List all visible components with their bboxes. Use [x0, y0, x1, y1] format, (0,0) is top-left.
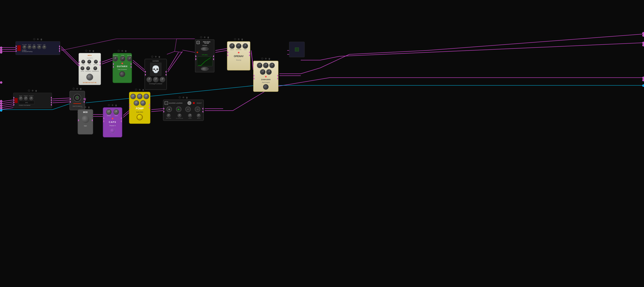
zamcomp-settings-icon[interactable]: ⚙ [265, 58, 267, 60]
right-port-2[interactable] [642, 34, 644, 37]
zamcomp-port-in-2[interactable] [253, 78, 254, 80]
gxcab-port-in-4[interactable] [13, 104, 14, 106]
switchbox-port-out-1[interactable] [84, 98, 85, 100]
roomy-damping-knob[interactable] [236, 43, 242, 49]
right-port-5[interactable] [642, 77, 644, 79]
caps-speed-knob[interactable] [106, 109, 112, 115]
wah-knob-5[interactable] [140, 100, 146, 106]
gain-trash-icon[interactable]: 🗑 [88, 106, 90, 108]
looper-undo-knob[interactable] [188, 114, 192, 118]
hpf-port-out-1[interactable] [213, 55, 214, 57]
roomy-settings-icon[interactable]: ⚙ [238, 38, 240, 40]
gxvbass-trash-icon[interactable]: 🗑 [40, 38, 42, 40]
gxcab-port-in-3[interactable] [13, 102, 14, 104]
wah-knob-4[interactable] [134, 100, 139, 106]
wah-port-out-2[interactable] [149, 107, 150, 109]
left-port-5[interactable] [0, 100, 2, 102]
roomy-trash-icon[interactable]: 🗑 [241, 38, 243, 40]
ts-tone-knob[interactable] [120, 56, 125, 62]
gxcab-bass-knob[interactable] [19, 96, 23, 100]
zamcomp-info-icon[interactable]: ⓘ [261, 57, 263, 60]
fuzz-info-icon[interactable]: ⓘ [151, 55, 153, 58]
left-port-1[interactable] [0, 46, 2, 49]
zamcomp-port-in-1[interactable] [253, 75, 254, 77]
gain-big-knob[interactable] [81, 115, 90, 124]
looper-headphones-icon[interactable]: 🎧 [188, 101, 191, 105]
gxvbass-treble-knob[interactable] [37, 45, 41, 49]
looper-port-in-1[interactable] [163, 108, 164, 110]
looper-reset-btn[interactable]: RESET [196, 102, 202, 104]
looper-record-vol-knob[interactable] [167, 114, 170, 118]
gxcab-trash-icon[interactable]: 🗑 [35, 90, 37, 92]
gxvbass-port-in-2[interactable] [16, 48, 17, 50]
hpf-settings-icon[interactable]: ⚙ [204, 36, 206, 38]
ts-volume-knob[interactable] [127, 56, 132, 62]
gxcab-port-out-3[interactable] [51, 102, 52, 104]
gxvbass-mid-knob[interactable] [32, 45, 36, 49]
looper-play-vol-knob[interactable] [178, 114, 182, 118]
mda-settings-icon[interactable]: ⚙ [89, 50, 91, 52]
hpf-info-icon[interactable]: ⓘ [200, 36, 202, 39]
gxvbass-port-in-3[interactable] [16, 50, 17, 52]
looper-settings-icon[interactable]: ⚙ [182, 96, 184, 99]
roomy-port-out-1[interactable] [249, 52, 250, 53]
right-port-6[interactable] [642, 79, 644, 81]
roomy-port-in-1[interactable] [227, 52, 228, 53]
looper-record-btn[interactable]: ⏺ [166, 106, 172, 112]
caps-peak-knob[interactable] [114, 109, 119, 115]
mda-tune-knob[interactable] [81, 60, 85, 64]
gxcab-power[interactable] [14, 98, 18, 103]
mda-footswitch[interactable] [86, 74, 93, 80]
zamcomp-knob-1[interactable] [257, 63, 262, 68]
ts-port-out-2[interactable] [130, 66, 132, 68]
mda-port-out-2[interactable] [100, 64, 101, 66]
switchbox-trash-icon[interactable]: 🗑 [80, 88, 82, 90]
caps-port-out-1[interactable] [121, 118, 122, 119]
fuzz-settings-icon[interactable]: ⚙ [155, 56, 157, 58]
zamcomp-trash-icon[interactable]: 🗑 [268, 58, 270, 60]
gxvbass-bass-knob[interactable] [28, 45, 32, 49]
roomy-info-icon[interactable]: ⓘ [234, 38, 236, 41]
right-port-4[interactable] [642, 44, 644, 46]
caps-info-icon[interactable]: ⓘ [108, 104, 110, 107]
hpf-trash-icon[interactable]: 🗑 [207, 36, 209, 38]
roomy-port-in-2[interactable] [227, 54, 228, 56]
hpf-port-out-2[interactable] [213, 58, 214, 60]
zamcomp-knob-5[interactable] [266, 69, 272, 75]
looper-port-in-2[interactable] [163, 110, 164, 112]
switchbox-settings-icon[interactable]: ⚙ [76, 88, 78, 90]
wah-knob-1[interactable] [130, 94, 136, 99]
ts-port-in-1[interactable] [112, 63, 114, 65]
gxvbass-info-icon[interactable]: ⓘ [33, 38, 35, 41]
gxvbass-settings-icon[interactable]: ⚙ [37, 38, 39, 40]
mda-port-in-2[interactable] [78, 64, 80, 66]
looper-trash-icon[interactable]: 🗑 [186, 96, 188, 99]
ts-port-in-2[interactable] [112, 66, 114, 68]
looper-redo-btn[interactable]: ↪ [195, 106, 200, 112]
fuzz-port-out-1[interactable] [166, 71, 167, 73]
switchbox-port-out-2[interactable] [84, 101, 85, 103]
hpf-port-in-2[interactable] [195, 58, 196, 60]
mda-trash-icon[interactable]: 🗑 [92, 50, 94, 52]
looper-redo-knob[interactable] [197, 114, 201, 118]
wah-knob-2[interactable] [137, 94, 142, 99]
mda-release-knob[interactable] [86, 66, 90, 70]
zamcomp-knob-4[interactable] [260, 69, 266, 75]
right-port-3[interactable] [642, 42, 644, 44]
hpf-bottom-knob[interactable] [201, 67, 208, 71]
roomy-size-knob[interactable] [242, 43, 248, 49]
wah-port-out-1[interactable] [149, 104, 150, 106]
hpf-port-in-1[interactable] [195, 55, 196, 57]
gain-info-icon[interactable]: ⓘ [81, 106, 83, 109]
looper-undo-btn[interactable]: ↩ [185, 106, 191, 112]
gxvbass-port-out-1[interactable] [59, 46, 60, 47]
gxcab-port-out-1[interactable] [51, 97, 52, 99]
left-port-blue[interactable] [0, 109, 2, 112]
wah-footswitch[interactable] [136, 114, 143, 120]
ts-intensity-knob[interactable] [112, 56, 118, 62]
gxcab-settings-icon[interactable]: ⚙ [32, 90, 34, 92]
left-port-8[interactable] [0, 107, 2, 109]
left-port-6[interactable] [0, 102, 2, 104]
wah-trash-icon[interactable]: 🗑 [142, 89, 144, 91]
caps-port-out-2[interactable] [121, 120, 122, 122]
